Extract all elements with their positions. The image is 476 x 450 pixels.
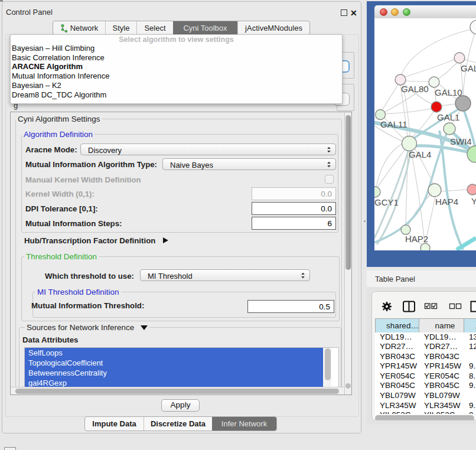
svg-text:GCY1: GCY1 — [374, 197, 399, 207]
svg-text:Y: Y — [471, 196, 476, 206]
svg-text:GAL4: GAL4 — [409, 149, 431, 159]
svg-text:GAL2: GAL2 — [461, 63, 476, 73]
svg-text:HAP2: HAP2 — [405, 234, 428, 244]
svg-text:HAP4: HAP4 — [435, 197, 458, 207]
svg-text:SWI4: SWI4 — [450, 136, 472, 146]
svg-text:GAL10: GAL10 — [435, 87, 462, 97]
svg-text:GAL1: GAL1 — [437, 112, 459, 122]
svg-text:GAL80: GAL80 — [401, 84, 429, 94]
svg-text:GAL11: GAL11 — [380, 119, 407, 129]
